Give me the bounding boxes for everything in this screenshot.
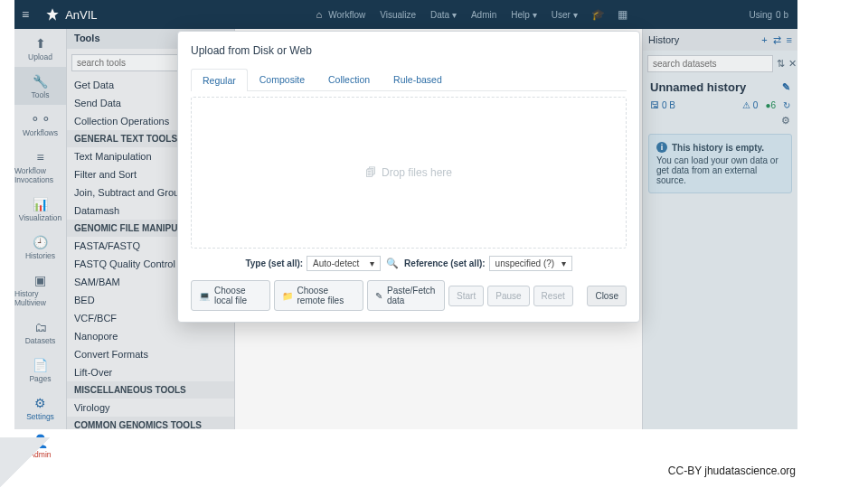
drop-zone[interactable]: 🗐 Drop files here — [191, 97, 627, 249]
quota-indicator: Using0 b — [750, 10, 797, 20]
tab-collection[interactable]: Collection — [316, 68, 382, 90]
brand-logo[interactable]: AnVIL — [36, 7, 106, 22]
history-search-input[interactable] — [647, 55, 773, 72]
history-filter-icon[interactable]: ⇅ — [777, 58, 785, 70]
apps-grid-icon[interactable]: ▦ — [612, 8, 633, 21]
history-ok-count[interactable]: ●6 — [765, 100, 776, 110]
history-empty-box: iThis history is empty. You can load you… — [648, 134, 792, 193]
history-refresh-icon[interactable]: ↻ — [783, 100, 790, 110]
menu-admin[interactable]: Admin — [465, 10, 503, 20]
nav-history-multiview[interactable]: ▣History Multiview — [14, 266, 66, 313]
menu-user[interactable]: User ▾ — [545, 10, 584, 20]
history-title: History — [648, 34, 679, 45]
disk-icon: 🖫 — [650, 100, 659, 110]
folder-icon: 📁 — [282, 291, 293, 301]
nav-upload[interactable]: ⬆Upload — [14, 29, 66, 67]
files-icon: 🗐 — [365, 166, 376, 179]
choose-remote-files-button[interactable]: 📁Choose remote files — [274, 280, 363, 311]
close-button[interactable]: Close — [587, 286, 627, 306]
edit-icon: ✎ — [375, 291, 382, 301]
nav-histories[interactable]: 🕘Histories — [14, 228, 66, 266]
tool-category[interactable]: Nanopore — [67, 327, 234, 345]
history-warn-count[interactable]: ⚠ 0 — [742, 100, 758, 110]
upload-modal: Upload from Disk or Web Regular Composit… — [177, 31, 640, 323]
nav-workflow-invocations[interactable]: ≡Workflow Invocations — [14, 143, 66, 190]
tool-category: COMMON GENOMICS TOOLS — [67, 417, 234, 429]
nav-workflows[interactable]: ⚬⚬Workflows — [14, 105, 66, 143]
laptop-icon: 💻 — [199, 291, 210, 301]
history-name[interactable]: Unnamed history — [650, 80, 746, 94]
tab-regular[interactable]: Regular — [191, 69, 248, 91]
history-new-icon[interactable]: + — [761, 34, 767, 46]
history-gear-icon[interactable]: ⚙ — [781, 115, 790, 126]
history-size: 0 B — [662, 100, 675, 110]
menu-hamburger-icon[interactable]: ≡ — [14, 7, 36, 22]
edit-history-name-icon[interactable]: ✎ — [782, 81, 790, 93]
tab-composite[interactable]: Composite — [248, 68, 316, 90]
info-icon: i — [656, 142, 667, 153]
nav-visualization[interactable]: 📊Visualization — [14, 190, 66, 228]
menu-help[interactable]: Help ▾ — [505, 10, 542, 20]
history-options-icon[interactable]: ≡ — [787, 34, 792, 46]
home-icon[interactable]: ⌂ — [316, 9, 323, 20]
history-clear-icon[interactable]: ✕ — [788, 58, 797, 70]
type-label: Type (set all): — [245, 258, 303, 268]
top-menu: Workflow Visualize Data ▾ Admin Help ▾ U… — [322, 8, 632, 21]
reference-select[interactable]: unspecified (?)▾ — [489, 256, 572, 271]
menu-visualize[interactable]: Visualize — [373, 10, 422, 20]
menu-data[interactable]: Data ▾ — [424, 10, 463, 20]
reference-label: Reference (set all): — [404, 258, 485, 268]
nav-pages[interactable]: 📄Pages — [14, 351, 66, 389]
tool-category[interactable]: Lift-Over — [67, 363, 234, 381]
corner-fold-decoration — [0, 437, 51, 488]
start-button[interactable]: Start — [448, 286, 484, 306]
history-panel: History + ⇄ ≡ ⇅ ✕ Unnamed history ✎ — [642, 29, 797, 429]
education-icon[interactable]: 🎓 — [586, 8, 610, 21]
upload-tabs: Regular Composite Collection Rule-based — [191, 68, 627, 91]
nav-settings[interactable]: ⚙Settings — [14, 389, 66, 427]
type-detect-icon[interactable]: 🔍 — [384, 258, 401, 269]
menu-workflow[interactable]: Workflow — [322, 10, 372, 20]
choose-local-file-button[interactable]: 💻Choose local file — [191, 280, 270, 311]
pause-button[interactable]: Pause — [487, 286, 529, 306]
reset-button[interactable]: Reset — [533, 286, 573, 306]
tool-category[interactable]: Virology — [67, 399, 234, 417]
left-nav: ⬆Upload🔧Tools⚬⚬Workflows≡Workflow Invoca… — [14, 29, 67, 429]
nav-datasets[interactable]: 🗂Datasets — [14, 313, 66, 351]
nav-tools[interactable]: 🔧Tools — [14, 67, 66, 105]
tab-rule-based[interactable]: Rule-based — [382, 68, 454, 90]
history-switch-icon[interactable]: ⇄ — [773, 34, 781, 46]
tool-category: MISCELLANEOUS TOOLS — [67, 381, 234, 399]
tool-category[interactable]: Convert Formats — [67, 345, 234, 363]
paste-fetch-button[interactable]: ✎Paste/Fetch data — [367, 280, 445, 311]
type-select[interactable]: Auto-detect▾ — [307, 256, 381, 271]
brand-text: AnVIL — [65, 8, 97, 22]
svg-marker-0 — [47, 8, 59, 20]
attribution-text: CC-BY jhudatascience.org — [668, 465, 796, 477]
modal-title: Upload from Disk or Web — [191, 44, 627, 57]
